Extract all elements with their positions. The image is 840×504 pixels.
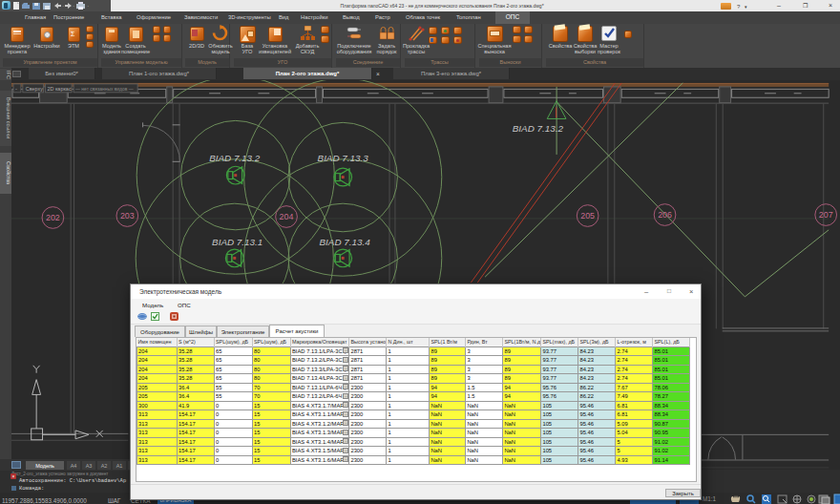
svg-text:BIAD 7.13.1: BIAD 7.13.1 (212, 237, 262, 247)
svg-text:·: · (87, 3, 89, 10)
svg-text:BIAD 7.13.2: BIAD 7.13.2 (209, 153, 261, 163)
svg-text:207: 207 (819, 210, 833, 220)
svg-text:203: 203 (120, 211, 135, 220)
svg-text:204: 204 (280, 212, 294, 221)
svg-text:-: - (15, 86, 17, 92)
svg-text:·: · (73, 3, 74, 10)
svg-text:205: 205 (580, 211, 595, 220)
svg-text:206: 206 (658, 210, 672, 220)
svg-text:BIAD 7.13.2: BIAD 7.13.2 (513, 123, 564, 134)
svg-text:BIAD 7.13.3: BIAD 7.13.3 (318, 153, 369, 163)
svg-text:BIAD 7.13.4: BIAD 7.13.4 (320, 237, 371, 247)
svg-text:— нет связанных видов —: — нет связанных видов — (75, 87, 134, 92)
svg-text:2D каркас: 2D каркас (47, 86, 71, 92)
svg-text:·: · (62, 3, 64, 10)
svg-text:Сверху: Сверху (26, 86, 43, 92)
svg-text:202: 202 (46, 213, 60, 222)
